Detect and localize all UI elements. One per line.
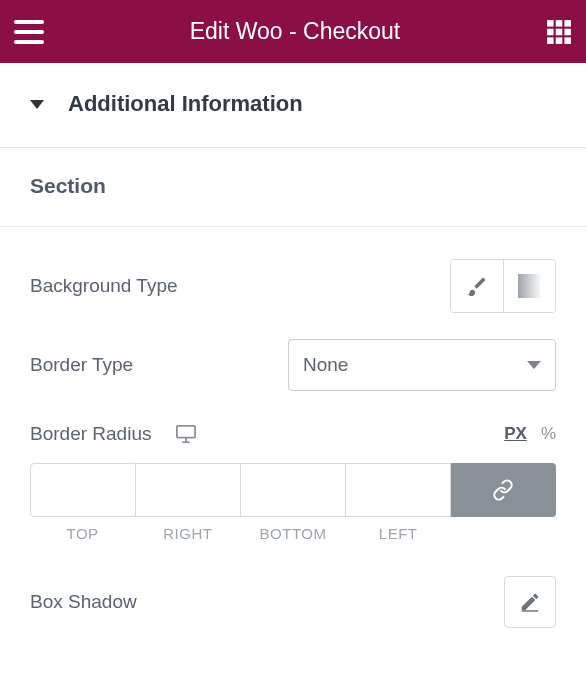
side-label-top: TOP [30,525,135,542]
svg-rect-2 [564,20,571,27]
border-radius-top-input[interactable] [31,464,135,516]
page-title: Edit Woo - Checkout [44,18,546,45]
border-radius-bottom-input[interactable] [241,464,345,516]
gradient-icon [518,274,542,298]
subsection-heading: Section [0,148,586,227]
border-radius-header: Border Radius PX % [0,395,586,455]
unit-px[interactable]: PX [504,424,527,444]
svg-rect-6 [547,37,554,44]
box-shadow-row: Box Shadow [0,554,586,658]
box-shadow-label: Box Shadow [30,591,137,613]
side-label-right: RIGHT [135,525,240,542]
svg-rect-9 [177,426,195,438]
side-label-bottom: BOTTOM [240,525,345,542]
border-type-select[interactable]: None [288,339,556,391]
apps-icon[interactable] [546,19,572,45]
chevron-down-icon [527,361,541,369]
brush-icon [466,275,488,297]
menu-icon[interactable] [14,20,44,44]
svg-rect-7 [556,37,563,44]
border-type-label: Border Type [30,354,133,376]
border-radius-inputs [0,455,586,517]
svg-rect-8 [564,37,571,44]
editor-header: Edit Woo - Checkout [0,0,586,63]
section-accordion-header[interactable]: Additional Information [0,63,586,148]
background-classic-button[interactable] [451,260,503,312]
border-radius-label: Border Radius [30,423,151,445]
unit-percent[interactable]: % [541,424,556,444]
svg-rect-1 [556,20,563,27]
link-icon [492,479,514,501]
side-label-left: LEFT [346,525,451,542]
box-shadow-edit-button[interactable] [504,576,556,628]
svg-rect-3 [547,28,554,35]
pencil-icon [519,591,541,613]
background-type-label: Background Type [30,275,178,297]
border-type-row: Border Type None [0,317,586,395]
svg-rect-12 [522,610,539,611]
border-radius-right-input[interactable] [136,464,240,516]
svg-rect-4 [556,28,563,35]
svg-rect-0 [547,20,554,27]
desktop-icon[interactable] [175,424,197,444]
svg-rect-5 [564,28,571,35]
border-type-value: None [303,354,348,376]
border-radius-side-labels: TOP RIGHT BOTTOM LEFT [0,517,586,554]
background-gradient-button[interactable] [503,260,555,312]
border-radius-left-input[interactable] [346,464,450,516]
accordion-title: Additional Information [68,91,303,117]
background-type-buttons [450,259,556,313]
background-type-row: Background Type [0,227,586,317]
chevron-down-icon [30,100,44,109]
link-values-button[interactable] [451,463,556,517]
